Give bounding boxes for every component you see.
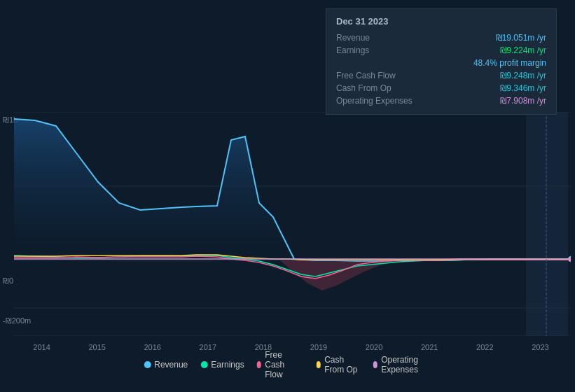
tooltip-value-cfo: ₪9.346m /yr	[500, 83, 546, 93]
tooltip-value-earnings: ₪9.224m /yr	[500, 46, 546, 55]
tooltip-label-opex: Operating Expenses	[336, 96, 413, 106]
legend-dot-fcf	[257, 361, 262, 368]
legend-label-revenue: Revenue	[154, 360, 188, 370]
tooltip-label-cfo: Cash From Op	[336, 83, 413, 93]
x-label-2023: 2023	[532, 343, 548, 351]
chart-legend: Revenue Earnings Free Cash Flow Cash Fro…	[144, 350, 431, 379]
x-label-2014: 2014	[33, 343, 50, 351]
legend-item-revenue[interactable]: Revenue	[144, 360, 188, 370]
tooltip-row-cfo: Cash From Op ₪9.346m /yr	[336, 82, 546, 94]
y-label-0: ₪0	[3, 276, 13, 286]
legend-dot-cfo	[317, 361, 321, 368]
x-label-2022: 2022	[476, 343, 493, 351]
legend-item-earnings[interactable]: Earnings	[200, 360, 244, 370]
legend-dot-earnings	[200, 361, 207, 368]
legend-item-opex[interactable]: Operating Expenses	[373, 355, 431, 374]
tooltip-label-fcf: Free Cash Flow	[336, 71, 413, 80]
tooltip-row-earnings: Earnings ₪9.224m /yr	[336, 44, 546, 57]
tooltip-row-opex: Operating Expenses ₪7.908m /yr	[336, 94, 546, 107]
tooltip-label-earnings: Earnings	[336, 46, 413, 55]
tooltip-value-opex: ₪7.908m /yr	[500, 96, 546, 106]
legend-item-cfo[interactable]: Cash From Op	[317, 355, 361, 374]
legend-label-earnings: Earnings	[211, 360, 244, 370]
legend-dot-revenue	[144, 361, 151, 368]
legend-dot-opex	[373, 361, 378, 368]
tooltip-date: Dec 31 2023	[336, 16, 546, 27]
tooltip-label-revenue: Revenue	[336, 33, 413, 43]
legend-label-opex: Operating Expenses	[381, 355, 431, 374]
legend-label-cfo: Cash From Op	[324, 355, 360, 374]
tooltip-card: Dec 31 2023 Revenue ₪19.051m /yr Earning…	[326, 8, 557, 115]
legend-item-fcf[interactable]: Free Cash Flow	[257, 350, 304, 379]
tooltip-row-revenue: Revenue ₪19.051m /yr	[336, 31, 546, 44]
tooltip-value-margin: 48.4% profit margin	[473, 58, 546, 68]
tooltip-value-revenue: ₪19.051m /yr	[496, 33, 546, 43]
tooltip-value-fcf: ₪9.248m /yr	[500, 71, 546, 80]
tooltip-row-margin: 48.4% profit margin	[336, 57, 546, 69]
x-label-2015: 2015	[88, 343, 105, 351]
legend-label-fcf: Free Cash Flow	[265, 350, 303, 379]
chart-container: Dec 31 2023 Revenue ₪19.051m /yr Earning…	[0, 0, 575, 392]
tooltip-row-fcf: Free Cash Flow ₪9.248m /yr	[336, 69, 546, 82]
chart-svg	[14, 112, 571, 336]
